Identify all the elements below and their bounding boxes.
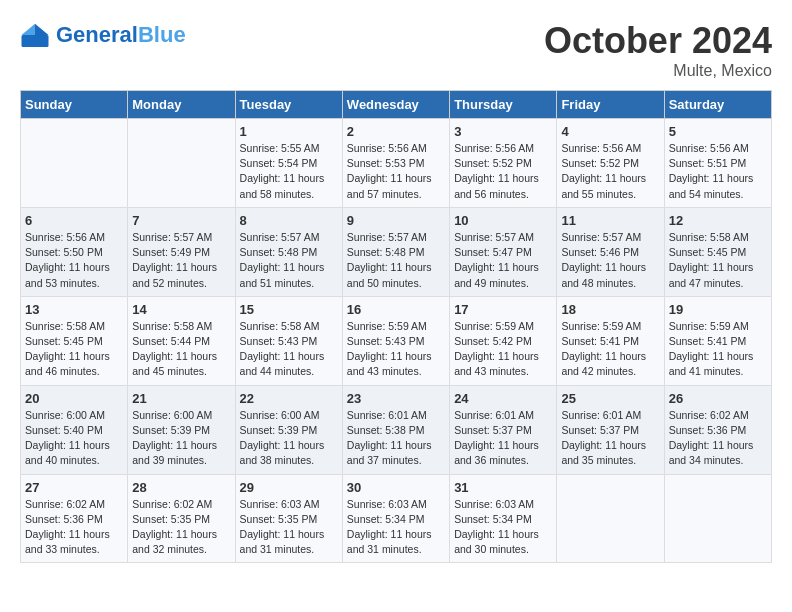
day-number: 7 bbox=[132, 213, 230, 228]
day-number: 11 bbox=[561, 213, 659, 228]
day-number: 1 bbox=[240, 124, 338, 139]
day-number: 4 bbox=[561, 124, 659, 139]
cell-info: Sunrise: 5:56 AMSunset: 5:51 PMDaylight:… bbox=[669, 141, 767, 202]
cell-info: Sunrise: 6:00 AMSunset: 5:39 PMDaylight:… bbox=[240, 408, 338, 469]
day-number: 6 bbox=[25, 213, 123, 228]
calendar-cell: 29Sunrise: 6:03 AMSunset: 5:35 PMDayligh… bbox=[235, 474, 342, 563]
weekday-header-wednesday: Wednesday bbox=[342, 91, 449, 119]
cell-info: Sunrise: 5:57 AMSunset: 5:48 PMDaylight:… bbox=[240, 230, 338, 291]
calendar-cell: 13Sunrise: 5:58 AMSunset: 5:45 PMDayligh… bbox=[21, 296, 128, 385]
calendar-cell bbox=[21, 119, 128, 208]
cell-info: Sunrise: 5:58 AMSunset: 5:44 PMDaylight:… bbox=[132, 319, 230, 380]
calendar-cell: 20Sunrise: 6:00 AMSunset: 5:40 PMDayligh… bbox=[21, 385, 128, 474]
day-number: 5 bbox=[669, 124, 767, 139]
cell-info: Sunrise: 5:57 AMSunset: 5:46 PMDaylight:… bbox=[561, 230, 659, 291]
cell-info: Sunrise: 5:56 AMSunset: 5:52 PMDaylight:… bbox=[561, 141, 659, 202]
cell-info: Sunrise: 6:01 AMSunset: 5:38 PMDaylight:… bbox=[347, 408, 445, 469]
day-number: 30 bbox=[347, 480, 445, 495]
calendar-cell: 17Sunrise: 5:59 AMSunset: 5:42 PMDayligh… bbox=[450, 296, 557, 385]
day-number: 18 bbox=[561, 302, 659, 317]
week-row-2: 6Sunrise: 5:56 AMSunset: 5:50 PMDaylight… bbox=[21, 207, 772, 296]
week-row-3: 13Sunrise: 5:58 AMSunset: 5:45 PMDayligh… bbox=[21, 296, 772, 385]
logo-icon bbox=[20, 20, 50, 50]
calendar-cell: 31Sunrise: 6:03 AMSunset: 5:34 PMDayligh… bbox=[450, 474, 557, 563]
day-number: 8 bbox=[240, 213, 338, 228]
logo: GeneralBlue bbox=[20, 20, 186, 50]
calendar-cell: 6Sunrise: 5:56 AMSunset: 5:50 PMDaylight… bbox=[21, 207, 128, 296]
calendar-cell: 3Sunrise: 5:56 AMSunset: 5:52 PMDaylight… bbox=[450, 119, 557, 208]
calendar-table: SundayMondayTuesdayWednesdayThursdayFrid… bbox=[20, 90, 772, 563]
calendar-cell: 15Sunrise: 5:58 AMSunset: 5:43 PMDayligh… bbox=[235, 296, 342, 385]
day-number: 23 bbox=[347, 391, 445, 406]
calendar-cell: 18Sunrise: 5:59 AMSunset: 5:41 PMDayligh… bbox=[557, 296, 664, 385]
day-number: 2 bbox=[347, 124, 445, 139]
weekday-header-monday: Monday bbox=[128, 91, 235, 119]
day-number: 28 bbox=[132, 480, 230, 495]
calendar-cell: 28Sunrise: 6:02 AMSunset: 5:35 PMDayligh… bbox=[128, 474, 235, 563]
calendar-cell: 2Sunrise: 5:56 AMSunset: 5:53 PMDaylight… bbox=[342, 119, 449, 208]
weekday-header-thursday: Thursday bbox=[450, 91, 557, 119]
calendar-cell: 5Sunrise: 5:56 AMSunset: 5:51 PMDaylight… bbox=[664, 119, 771, 208]
calendar-cell: 8Sunrise: 5:57 AMSunset: 5:48 PMDaylight… bbox=[235, 207, 342, 296]
cell-info: Sunrise: 5:56 AMSunset: 5:52 PMDaylight:… bbox=[454, 141, 552, 202]
day-number: 12 bbox=[669, 213, 767, 228]
calendar-cell: 12Sunrise: 5:58 AMSunset: 5:45 PMDayligh… bbox=[664, 207, 771, 296]
title-block: October 2024 Multe, Mexico bbox=[544, 20, 772, 80]
cell-info: Sunrise: 5:58 AMSunset: 5:45 PMDaylight:… bbox=[25, 319, 123, 380]
day-number: 9 bbox=[347, 213, 445, 228]
weekday-header-tuesday: Tuesday bbox=[235, 91, 342, 119]
day-number: 24 bbox=[454, 391, 552, 406]
week-row-1: 1Sunrise: 5:55 AMSunset: 5:54 PMDaylight… bbox=[21, 119, 772, 208]
svg-marker-1 bbox=[22, 24, 36, 35]
day-number: 10 bbox=[454, 213, 552, 228]
day-number: 17 bbox=[454, 302, 552, 317]
week-row-4: 20Sunrise: 6:00 AMSunset: 5:40 PMDayligh… bbox=[21, 385, 772, 474]
day-number: 16 bbox=[347, 302, 445, 317]
cell-info: Sunrise: 6:00 AMSunset: 5:40 PMDaylight:… bbox=[25, 408, 123, 469]
cell-info: Sunrise: 6:02 AMSunset: 5:35 PMDaylight:… bbox=[132, 497, 230, 558]
day-number: 14 bbox=[132, 302, 230, 317]
calendar-cell: 21Sunrise: 6:00 AMSunset: 5:39 PMDayligh… bbox=[128, 385, 235, 474]
logo-general: General bbox=[56, 22, 138, 47]
calendar-cell: 22Sunrise: 6:00 AMSunset: 5:39 PMDayligh… bbox=[235, 385, 342, 474]
week-row-5: 27Sunrise: 6:02 AMSunset: 5:36 PMDayligh… bbox=[21, 474, 772, 563]
calendar-cell: 24Sunrise: 6:01 AMSunset: 5:37 PMDayligh… bbox=[450, 385, 557, 474]
calendar-cell: 11Sunrise: 5:57 AMSunset: 5:46 PMDayligh… bbox=[557, 207, 664, 296]
cell-info: Sunrise: 6:03 AMSunset: 5:34 PMDaylight:… bbox=[347, 497, 445, 558]
cell-info: Sunrise: 5:56 AMSunset: 5:50 PMDaylight:… bbox=[25, 230, 123, 291]
cell-info: Sunrise: 6:02 AMSunset: 5:36 PMDaylight:… bbox=[25, 497, 123, 558]
day-number: 3 bbox=[454, 124, 552, 139]
weekday-header-row: SundayMondayTuesdayWednesdayThursdayFrid… bbox=[21, 91, 772, 119]
cell-info: Sunrise: 5:59 AMSunset: 5:43 PMDaylight:… bbox=[347, 319, 445, 380]
calendar-cell: 26Sunrise: 6:02 AMSunset: 5:36 PMDayligh… bbox=[664, 385, 771, 474]
day-number: 26 bbox=[669, 391, 767, 406]
cell-info: Sunrise: 5:57 AMSunset: 5:48 PMDaylight:… bbox=[347, 230, 445, 291]
calendar-cell: 30Sunrise: 6:03 AMSunset: 5:34 PMDayligh… bbox=[342, 474, 449, 563]
month-title: October 2024 bbox=[544, 20, 772, 62]
cell-info: Sunrise: 5:55 AMSunset: 5:54 PMDaylight:… bbox=[240, 141, 338, 202]
calendar-cell: 1Sunrise: 5:55 AMSunset: 5:54 PMDaylight… bbox=[235, 119, 342, 208]
calendar-cell: 23Sunrise: 6:01 AMSunset: 5:38 PMDayligh… bbox=[342, 385, 449, 474]
calendar-cell: 4Sunrise: 5:56 AMSunset: 5:52 PMDaylight… bbox=[557, 119, 664, 208]
cell-info: Sunrise: 5:56 AMSunset: 5:53 PMDaylight:… bbox=[347, 141, 445, 202]
calendar-cell: 9Sunrise: 5:57 AMSunset: 5:48 PMDaylight… bbox=[342, 207, 449, 296]
calendar-cell: 7Sunrise: 5:57 AMSunset: 5:49 PMDaylight… bbox=[128, 207, 235, 296]
day-number: 27 bbox=[25, 480, 123, 495]
day-number: 13 bbox=[25, 302, 123, 317]
calendar-cell bbox=[128, 119, 235, 208]
svg-rect-2 bbox=[22, 35, 49, 47]
day-number: 15 bbox=[240, 302, 338, 317]
calendar-cell bbox=[664, 474, 771, 563]
calendar-cell bbox=[557, 474, 664, 563]
day-number: 20 bbox=[25, 391, 123, 406]
cell-info: Sunrise: 5:59 AMSunset: 5:41 PMDaylight:… bbox=[669, 319, 767, 380]
cell-info: Sunrise: 5:58 AMSunset: 5:43 PMDaylight:… bbox=[240, 319, 338, 380]
calendar-cell: 14Sunrise: 5:58 AMSunset: 5:44 PMDayligh… bbox=[128, 296, 235, 385]
day-number: 25 bbox=[561, 391, 659, 406]
cell-info: Sunrise: 5:58 AMSunset: 5:45 PMDaylight:… bbox=[669, 230, 767, 291]
day-number: 19 bbox=[669, 302, 767, 317]
cell-info: Sunrise: 6:03 AMSunset: 5:35 PMDaylight:… bbox=[240, 497, 338, 558]
cell-info: Sunrise: 6:03 AMSunset: 5:34 PMDaylight:… bbox=[454, 497, 552, 558]
cell-info: Sunrise: 5:57 AMSunset: 5:49 PMDaylight:… bbox=[132, 230, 230, 291]
day-number: 31 bbox=[454, 480, 552, 495]
